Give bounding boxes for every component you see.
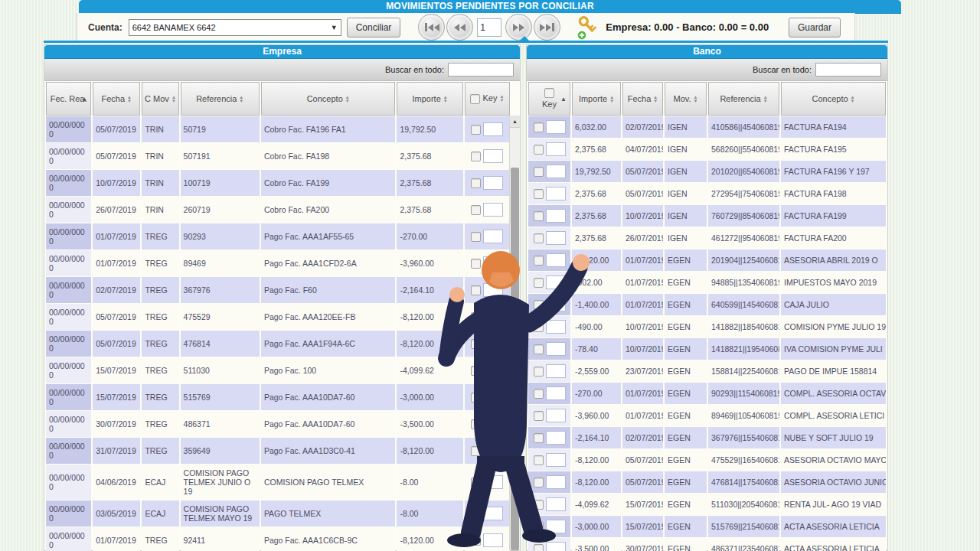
col-importe[interactable]: Importe▲▼ [397,82,462,116]
col-concepto[interactable]: Concepto▲▼ [261,82,396,116]
empresa-scrollbar[interactable]: ▲ [509,116,520,550]
col-referencia[interactable]: Referencia▲▼ [708,82,779,116]
table-row[interactable]: 00/00/000015/07/2019TREG515769Pago Fac. … [46,384,510,410]
row-key-input[interactable] [546,386,566,400]
page-input[interactable] [477,18,501,37]
row-key-checkbox[interactable] [534,233,544,243]
row-key-input[interactable] [546,431,566,445]
add-key-icon[interactable] [575,15,599,41]
row-key-input[interactable] [483,230,503,243]
table-row[interactable]: -270.0001/07/2019EGEN90293||1154060819CO… [528,383,886,404]
table-row[interactable]: 00/00/000030/07/2019TREG486371Pago Fac. … [46,411,510,437]
row-key-input[interactable] [483,444,503,458]
scrollbar-thumb[interactable] [511,168,519,550]
col-concepto[interactable]: Concepto▲▼ [781,82,886,116]
row-key-checkbox[interactable] [471,178,481,188]
first-page-button[interactable] [418,14,445,41]
row-key-input[interactable] [546,542,566,551]
col-key[interactable]: Key▲▼ [465,82,510,116]
table-row[interactable]: 00/00/000005/07/2019TREG476814Pago Fac. … [46,331,510,357]
row-key-input[interactable] [546,165,566,178]
row-key-checkbox[interactable] [534,189,544,199]
row-key-checkbox[interactable] [471,285,481,295]
row-key-checkbox[interactable] [471,205,481,215]
table-row[interactable]: 6,032.0002/07/2019IGEN410586||454060819F… [528,116,886,138]
table-row[interactable]: -2,559.0023/07/2019EGEN158814||225406081… [528,360,886,382]
panel-splitter[interactable] [44,41,888,43]
table-row[interactable]: -3,960.0001/07/2019EGEN89469||1054060819… [528,405,886,426]
last-page-button[interactable] [534,14,560,41]
select-all-checkbox[interactable] [544,88,554,98]
row-key-input[interactable] [483,337,503,350]
table-row[interactable]: 00/00/000010/07/2019TRIN100719Cobro Fac.… [46,170,510,196]
row-key-input[interactable] [546,276,566,289]
row-key-checkbox[interactable] [534,367,544,377]
row-key-checkbox[interactable] [534,122,544,132]
col-fecha[interactable]: Fecha▲▼ [622,82,663,116]
table-row[interactable]: -2,164.1002/07/2019EGEN367976||155406081… [528,427,886,448]
row-key-input[interactable] [546,520,566,533]
row-key-checkbox[interactable] [534,145,544,155]
col-c-mov[interactable]: C Mov▲▼ [142,82,178,116]
row-key-input[interactable] [483,256,503,270]
table-row[interactable]: -8,120.0005/07/2019EGEN476814||175406081… [528,471,886,493]
row-key-input[interactable] [546,231,566,245]
row-key-input[interactable] [546,342,566,356]
table-row[interactable]: 00/00/000015/07/2019TREG511030Pago Fac. … [46,357,510,383]
table-row[interactable]: 00/00/000005/07/2019TRIN507191Cobro Fac.… [46,143,510,169]
row-key-checkbox[interactable] [471,446,481,456]
row-key-checkbox[interactable] [471,312,481,322]
row-key-checkbox[interactable] [534,500,544,510]
table-row[interactable]: -3,500.0030/07/2019EGEN486371||235406081… [528,538,886,551]
row-key-checkbox[interactable] [534,455,544,465]
table-row[interactable]: -8,120.0005/07/2019EGEN475529||165406081… [528,449,886,471]
prev-page-button[interactable] [446,14,473,41]
row-key-checkbox[interactable] [534,411,544,421]
table-row[interactable]: -490.0010/07/2019EGEN141882||1854060819C… [528,316,886,337]
table-row[interactable]: -8,120.0001/07/2019EGEN201904||125406081… [528,249,886,271]
row-key-checkbox[interactable] [534,211,544,221]
table-row[interactable]: 00/00/000004/06/2019ECAJCOMISION PAGO TE… [46,465,510,500]
row-key-input[interactable] [546,364,566,378]
scroll-up-icon[interactable]: ▲ [510,116,520,128]
table-row[interactable]: 00/00/000001/07/2019TREG90293Pago Fac. A… [46,223,510,249]
row-key-checkbox[interactable] [471,339,481,349]
row-key-input[interactable] [483,149,503,163]
table-row[interactable]: -78.4010/07/2019EGEN1418821||1954060819I… [528,338,886,360]
table-row[interactable]: 2,375.6804/07/2019IGEN568260||554060819F… [528,139,886,160]
row-key-checkbox[interactable] [534,300,544,310]
table-row[interactable]: 00/00/000001/07/2019TREG92411Pago Fac. A… [46,527,510,551]
row-key-input[interactable] [483,364,503,377]
row-key-checkbox[interactable] [534,167,544,177]
row-key-checkbox[interactable] [471,393,481,403]
row-key-input[interactable] [546,320,566,334]
row-key-input[interactable] [483,310,503,324]
account-select[interactable]: 6642 BANAMEX 6642 ▼ [129,19,341,36]
row-key-checkbox[interactable] [534,256,544,266]
row-key-checkbox[interactable] [471,232,481,242]
row-key-checkbox[interactable] [534,478,544,487]
row-key-input[interactable] [546,209,566,223]
row-key-input[interactable] [546,187,566,201]
empresa-search-input[interactable] [448,63,514,77]
conciliar-button[interactable]: Conciliar [347,18,401,37]
table-row[interactable]: 00/00/000026/07/2019TRIN260719Cobro Fac.… [46,197,510,223]
row-key-input[interactable] [546,253,566,267]
col-key[interactable]: Key▲ [528,82,570,116]
table-row[interactable]: 00/00/000031/07/2019TREG359649Pago Fac. … [46,438,510,464]
table-row[interactable]: 00/00/000002/07/2019TREG367976Pago Fac. … [46,277,510,303]
row-key-checkbox[interactable] [534,433,544,443]
row-key-checkbox[interactable] [471,152,481,161]
row-key-input[interactable] [483,533,503,547]
row-key-input[interactable] [546,120,566,134]
row-key-checkbox[interactable] [534,344,544,354]
table-row[interactable]: -902.0001/07/2019EGEN94885||1354060819IM… [528,272,886,293]
row-key-input[interactable] [483,507,503,520]
row-key-input[interactable] [483,417,503,431]
col-fecha[interactable]: Fecha▲▼ [93,82,140,116]
table-row[interactable]: 00/00/000005/07/2019TRIN50719Cobro Fac. … [46,116,510,142]
col-importe[interactable]: Importe▲▼ [572,82,621,116]
table-row[interactable]: 2,375.6810/07/2019IGEN760729||854060819F… [528,205,886,227]
table-row[interactable]: 2,375.6826/07/2019IGEN461272||954060819F… [528,227,886,249]
row-key-checkbox[interactable] [471,419,481,429]
